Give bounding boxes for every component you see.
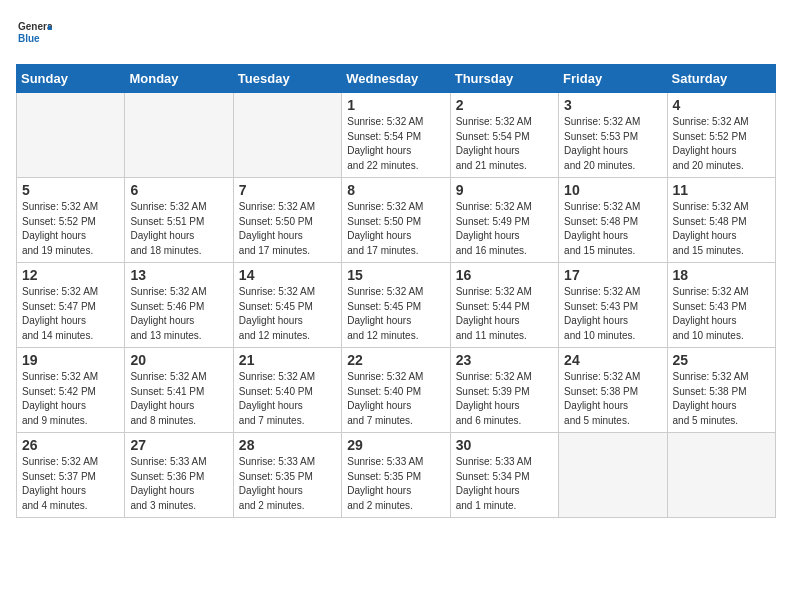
calendar-cell: 19 Sunrise: 5:32 AM Sunset: 5:42 PM Dayl… — [17, 348, 125, 433]
calendar-header-row: SundayMondayTuesdayWednesdayThursdayFrid… — [17, 65, 776, 93]
svg-text:General: General — [18, 21, 52, 32]
calendar-cell: 14 Sunrise: 5:32 AM Sunset: 5:45 PM Dayl… — [233, 263, 341, 348]
day-number: 29 — [347, 437, 444, 453]
calendar-cell: 4 Sunrise: 5:32 AM Sunset: 5:52 PM Dayli… — [667, 93, 775, 178]
day-number: 8 — [347, 182, 444, 198]
calendar-cell: 2 Sunrise: 5:32 AM Sunset: 5:54 PM Dayli… — [450, 93, 558, 178]
day-number: 18 — [673, 267, 770, 283]
day-number: 1 — [347, 97, 444, 113]
calendar-cell: 12 Sunrise: 5:32 AM Sunset: 5:47 PM Dayl… — [17, 263, 125, 348]
day-info: Sunrise: 5:32 AM Sunset: 5:45 PM Dayligh… — [239, 285, 336, 343]
calendar-cell: 5 Sunrise: 5:32 AM Sunset: 5:52 PM Dayli… — [17, 178, 125, 263]
calendar-cell: 6 Sunrise: 5:32 AM Sunset: 5:51 PM Dayli… — [125, 178, 233, 263]
calendar-cell: 11 Sunrise: 5:32 AM Sunset: 5:48 PM Dayl… — [667, 178, 775, 263]
day-info: Sunrise: 5:32 AM Sunset: 5:45 PM Dayligh… — [347, 285, 444, 343]
calendar-cell: 29 Sunrise: 5:33 AM Sunset: 5:35 PM Dayl… — [342, 433, 450, 518]
calendar-cell — [17, 93, 125, 178]
day-info: Sunrise: 5:32 AM Sunset: 5:50 PM Dayligh… — [239, 200, 336, 258]
day-info: Sunrise: 5:32 AM Sunset: 5:43 PM Dayligh… — [564, 285, 661, 343]
column-header-saturday: Saturday — [667, 65, 775, 93]
page-header: General Blue — [16, 16, 776, 52]
column-header-sunday: Sunday — [17, 65, 125, 93]
calendar-week-row: 19 Sunrise: 5:32 AM Sunset: 5:42 PM Dayl… — [17, 348, 776, 433]
day-number: 17 — [564, 267, 661, 283]
calendar-cell: 1 Sunrise: 5:32 AM Sunset: 5:54 PM Dayli… — [342, 93, 450, 178]
day-info: Sunrise: 5:32 AM Sunset: 5:39 PM Dayligh… — [456, 370, 553, 428]
day-number: 25 — [673, 352, 770, 368]
calendar-cell: 26 Sunrise: 5:32 AM Sunset: 5:37 PM Dayl… — [17, 433, 125, 518]
calendar-cell: 27 Sunrise: 5:33 AM Sunset: 5:36 PM Dayl… — [125, 433, 233, 518]
day-number: 22 — [347, 352, 444, 368]
calendar-cell: 25 Sunrise: 5:32 AM Sunset: 5:38 PM Dayl… — [667, 348, 775, 433]
day-info: Sunrise: 5:32 AM Sunset: 5:53 PM Dayligh… — [564, 115, 661, 173]
day-number: 19 — [22, 352, 119, 368]
calendar-cell: 22 Sunrise: 5:32 AM Sunset: 5:40 PM Dayl… — [342, 348, 450, 433]
day-info: Sunrise: 5:33 AM Sunset: 5:36 PM Dayligh… — [130, 455, 227, 513]
day-info: Sunrise: 5:32 AM Sunset: 5:50 PM Dayligh… — [347, 200, 444, 258]
day-number: 3 — [564, 97, 661, 113]
svg-text:Blue: Blue — [18, 33, 40, 44]
calendar-week-row: 5 Sunrise: 5:32 AM Sunset: 5:52 PM Dayli… — [17, 178, 776, 263]
calendar-cell: 24 Sunrise: 5:32 AM Sunset: 5:38 PM Dayl… — [559, 348, 667, 433]
day-info: Sunrise: 5:32 AM Sunset: 5:54 PM Dayligh… — [456, 115, 553, 173]
day-number: 11 — [673, 182, 770, 198]
calendar-cell: 10 Sunrise: 5:32 AM Sunset: 5:48 PM Dayl… — [559, 178, 667, 263]
day-info: Sunrise: 5:32 AM Sunset: 5:41 PM Dayligh… — [130, 370, 227, 428]
calendar-cell: 30 Sunrise: 5:33 AM Sunset: 5:34 PM Dayl… — [450, 433, 558, 518]
calendar-cell: 3 Sunrise: 5:32 AM Sunset: 5:53 PM Dayli… — [559, 93, 667, 178]
day-number: 13 — [130, 267, 227, 283]
calendar-cell: 16 Sunrise: 5:32 AM Sunset: 5:44 PM Dayl… — [450, 263, 558, 348]
day-info: Sunrise: 5:32 AM Sunset: 5:42 PM Dayligh… — [22, 370, 119, 428]
day-info: Sunrise: 5:32 AM Sunset: 5:48 PM Dayligh… — [673, 200, 770, 258]
calendar-week-row: 12 Sunrise: 5:32 AM Sunset: 5:47 PM Dayl… — [17, 263, 776, 348]
calendar-week-row: 1 Sunrise: 5:32 AM Sunset: 5:54 PM Dayli… — [17, 93, 776, 178]
day-number: 27 — [130, 437, 227, 453]
calendar-cell: 28 Sunrise: 5:33 AM Sunset: 5:35 PM Dayl… — [233, 433, 341, 518]
logo: General Blue — [16, 16, 52, 52]
day-number: 4 — [673, 97, 770, 113]
day-number: 7 — [239, 182, 336, 198]
column-header-thursday: Thursday — [450, 65, 558, 93]
day-info: Sunrise: 5:32 AM Sunset: 5:54 PM Dayligh… — [347, 115, 444, 173]
calendar-week-row: 26 Sunrise: 5:32 AM Sunset: 5:37 PM Dayl… — [17, 433, 776, 518]
day-info: Sunrise: 5:32 AM Sunset: 5:43 PM Dayligh… — [673, 285, 770, 343]
day-info: Sunrise: 5:32 AM Sunset: 5:44 PM Dayligh… — [456, 285, 553, 343]
day-info: Sunrise: 5:32 AM Sunset: 5:37 PM Dayligh… — [22, 455, 119, 513]
calendar-cell — [125, 93, 233, 178]
day-info: Sunrise: 5:32 AM Sunset: 5:52 PM Dayligh… — [673, 115, 770, 173]
calendar-cell — [667, 433, 775, 518]
calendar-cell: 7 Sunrise: 5:32 AM Sunset: 5:50 PM Dayli… — [233, 178, 341, 263]
day-number: 9 — [456, 182, 553, 198]
day-number: 5 — [22, 182, 119, 198]
day-number: 30 — [456, 437, 553, 453]
calendar-cell: 9 Sunrise: 5:32 AM Sunset: 5:49 PM Dayli… — [450, 178, 558, 263]
day-info: Sunrise: 5:32 AM Sunset: 5:51 PM Dayligh… — [130, 200, 227, 258]
logo-svg: General Blue — [16, 16, 52, 52]
calendar-cell: 13 Sunrise: 5:32 AM Sunset: 5:46 PM Dayl… — [125, 263, 233, 348]
day-number: 6 — [130, 182, 227, 198]
column-header-friday: Friday — [559, 65, 667, 93]
day-info: Sunrise: 5:32 AM Sunset: 5:49 PM Dayligh… — [456, 200, 553, 258]
calendar-cell: 20 Sunrise: 5:32 AM Sunset: 5:41 PM Dayl… — [125, 348, 233, 433]
column-header-tuesday: Tuesday — [233, 65, 341, 93]
day-info: Sunrise: 5:32 AM Sunset: 5:38 PM Dayligh… — [673, 370, 770, 428]
day-number: 20 — [130, 352, 227, 368]
calendar-cell: 15 Sunrise: 5:32 AM Sunset: 5:45 PM Dayl… — [342, 263, 450, 348]
column-header-monday: Monday — [125, 65, 233, 93]
calendar-cell: 21 Sunrise: 5:32 AM Sunset: 5:40 PM Dayl… — [233, 348, 341, 433]
day-number: 21 — [239, 352, 336, 368]
day-number: 24 — [564, 352, 661, 368]
calendar-cell — [233, 93, 341, 178]
day-info: Sunrise: 5:33 AM Sunset: 5:35 PM Dayligh… — [347, 455, 444, 513]
calendar-table: SundayMondayTuesdayWednesdayThursdayFrid… — [16, 64, 776, 518]
calendar-cell: 18 Sunrise: 5:32 AM Sunset: 5:43 PM Dayl… — [667, 263, 775, 348]
column-header-wednesday: Wednesday — [342, 65, 450, 93]
day-number: 14 — [239, 267, 336, 283]
day-info: Sunrise: 5:33 AM Sunset: 5:34 PM Dayligh… — [456, 455, 553, 513]
day-info: Sunrise: 5:32 AM Sunset: 5:52 PM Dayligh… — [22, 200, 119, 258]
calendar-cell — [559, 433, 667, 518]
day-number: 2 — [456, 97, 553, 113]
day-info: Sunrise: 5:32 AM Sunset: 5:47 PM Dayligh… — [22, 285, 119, 343]
day-info: Sunrise: 5:32 AM Sunset: 5:40 PM Dayligh… — [347, 370, 444, 428]
day-number: 26 — [22, 437, 119, 453]
